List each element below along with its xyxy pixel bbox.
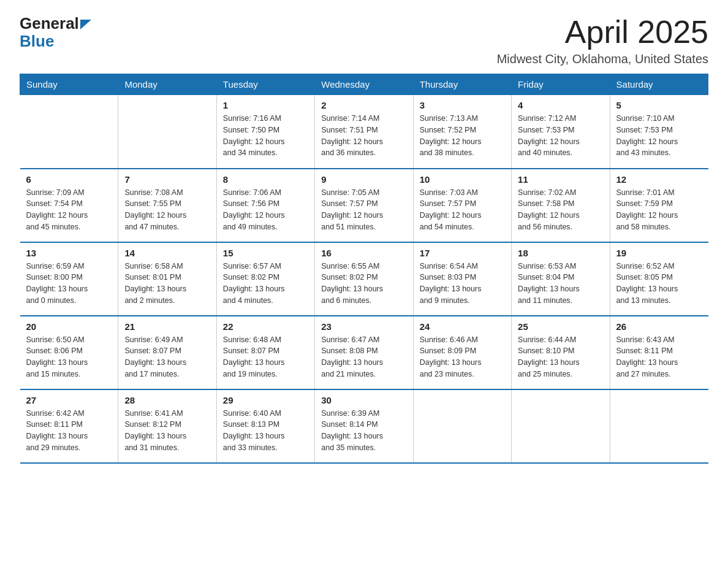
header-saturday: Saturday <box>610 74 708 95</box>
day-number: 6 <box>26 174 112 185</box>
day-info: Sunrise: 6:46 AMSunset: 8:09 PMDaylight:… <box>420 334 505 380</box>
calendar-cell: 3Sunrise: 7:13 AMSunset: 7:52 PMDaylight… <box>413 95 511 169</box>
day-info: Sunrise: 6:55 AMSunset: 8:02 PMDaylight:… <box>321 261 406 307</box>
day-info: Sunrise: 6:54 AMSunset: 8:03 PMDaylight:… <box>420 261 505 307</box>
day-number: 28 <box>124 395 210 405</box>
day-info: Sunrise: 6:58 AMSunset: 8:01 PMDaylight:… <box>124 261 210 307</box>
day-number: 24 <box>420 321 505 332</box>
calendar-cell: 17Sunrise: 6:54 AMSunset: 8:03 PMDayligh… <box>413 242 511 316</box>
day-info: Sunrise: 6:42 AMSunset: 8:11 PMDaylight:… <box>26 408 112 454</box>
calendar-week-row: 20Sunrise: 6:50 AMSunset: 8:06 PMDayligh… <box>20 316 708 389</box>
logo-blue-text: Blue <box>20 32 54 50</box>
day-number: 3 <box>420 100 505 110</box>
calendar-cell: 5Sunrise: 7:10 AMSunset: 7:53 PMDaylight… <box>610 95 708 169</box>
day-number: 23 <box>321 321 406 332</box>
day-number: 18 <box>518 248 603 258</box>
header-thursday: Thursday <box>413 74 511 95</box>
calendar-cell: 28Sunrise: 6:41 AMSunset: 8:12 PMDayligh… <box>118 389 216 463</box>
day-number: 20 <box>26 321 112 332</box>
calendar-cell: 30Sunrise: 6:39 AMSunset: 8:14 PMDayligh… <box>315 389 413 463</box>
day-info: Sunrise: 6:47 AMSunset: 8:08 PMDaylight:… <box>321 334 406 380</box>
day-number: 11 <box>518 174 603 185</box>
day-info: Sunrise: 7:16 AMSunset: 7:50 PMDaylight:… <box>223 113 308 159</box>
calendar-cell: 10Sunrise: 7:03 AMSunset: 7:57 PMDayligh… <box>413 169 511 242</box>
header-monday: Monday <box>118 74 216 95</box>
day-number: 4 <box>518 100 603 110</box>
header-tuesday: Tuesday <box>216 74 314 95</box>
page-header: General Blue April 2025 Midwest City, Ok… <box>20 15 708 66</box>
day-number: 17 <box>420 248 505 258</box>
location-subtitle: Midwest City, Oklahoma, United States <box>497 52 708 66</box>
calendar-cell: 24Sunrise: 6:46 AMSunset: 8:09 PMDayligh… <box>413 316 511 389</box>
day-number: 21 <box>124 321 210 332</box>
logo: General Blue <box>20 15 91 50</box>
day-number: 7 <box>124 174 210 185</box>
calendar-cell <box>512 389 610 463</box>
calendar-cell: 16Sunrise: 6:55 AMSunset: 8:02 PMDayligh… <box>315 242 413 316</box>
day-info: Sunrise: 6:44 AMSunset: 8:10 PMDaylight:… <box>518 334 603 380</box>
calendar-cell: 21Sunrise: 6:49 AMSunset: 8:07 PMDayligh… <box>118 316 216 389</box>
day-info: Sunrise: 6:57 AMSunset: 8:02 PMDaylight:… <box>223 261 308 307</box>
day-info: Sunrise: 6:50 AMSunset: 8:06 PMDaylight:… <box>26 334 112 380</box>
day-number: 19 <box>616 248 702 258</box>
day-info: Sunrise: 6:40 AMSunset: 8:13 PMDaylight:… <box>223 408 308 454</box>
calendar-cell: 15Sunrise: 6:57 AMSunset: 8:02 PMDayligh… <box>216 242 314 316</box>
calendar-cell: 18Sunrise: 6:53 AMSunset: 8:04 PMDayligh… <box>512 242 610 316</box>
logo-general-text: General <box>20 15 79 33</box>
calendar-table: SundayMondayTuesdayWednesdayThursdayFrid… <box>20 74 708 464</box>
day-number: 9 <box>321 174 406 185</box>
day-info: Sunrise: 7:14 AMSunset: 7:51 PMDaylight:… <box>321 113 406 159</box>
day-number: 29 <box>223 395 308 405</box>
calendar-week-row: 27Sunrise: 6:42 AMSunset: 8:11 PMDayligh… <box>20 389 708 463</box>
title-area: April 2025 Midwest City, Oklahoma, Unite… <box>497 15 708 66</box>
calendar-cell: 14Sunrise: 6:58 AMSunset: 8:01 PMDayligh… <box>118 242 216 316</box>
header-friday: Friday <box>512 74 610 95</box>
day-info: Sunrise: 6:59 AMSunset: 8:00 PMDaylight:… <box>26 261 112 307</box>
header-wednesday: Wednesday <box>315 74 413 95</box>
calendar-cell: 25Sunrise: 6:44 AMSunset: 8:10 PMDayligh… <box>512 316 610 389</box>
day-number: 13 <box>26 248 112 258</box>
calendar-week-row: 6Sunrise: 7:09 AMSunset: 7:54 PMDaylight… <box>20 169 708 242</box>
calendar-cell <box>610 389 708 463</box>
day-number: 14 <box>124 248 210 258</box>
day-info: Sunrise: 6:49 AMSunset: 8:07 PMDaylight:… <box>124 334 210 380</box>
calendar-cell <box>413 389 511 463</box>
calendar-cell: 27Sunrise: 6:42 AMSunset: 8:11 PMDayligh… <box>20 389 118 463</box>
day-info: Sunrise: 7:13 AMSunset: 7:52 PMDaylight:… <box>420 113 505 159</box>
day-info: Sunrise: 6:52 AMSunset: 8:05 PMDaylight:… <box>616 261 702 307</box>
day-number: 22 <box>223 321 308 332</box>
header-sunday: Sunday <box>20 74 118 95</box>
day-number: 27 <box>26 395 112 405</box>
day-number: 15 <box>223 248 308 258</box>
day-info: Sunrise: 6:53 AMSunset: 8:04 PMDaylight:… <box>518 261 603 307</box>
day-info: Sunrise: 7:03 AMSunset: 7:57 PMDaylight:… <box>420 187 505 233</box>
calendar-week-row: 1Sunrise: 7:16 AMSunset: 7:50 PMDaylight… <box>20 95 708 169</box>
day-info: Sunrise: 7:01 AMSunset: 7:59 PMDaylight:… <box>616 187 702 233</box>
day-number: 8 <box>223 174 308 185</box>
day-info: Sunrise: 6:41 AMSunset: 8:12 PMDaylight:… <box>124 408 210 454</box>
month-title: April 2025 <box>497 15 708 50</box>
day-number: 25 <box>518 321 603 332</box>
calendar-cell: 23Sunrise: 6:47 AMSunset: 8:08 PMDayligh… <box>315 316 413 389</box>
calendar-cell: 6Sunrise: 7:09 AMSunset: 7:54 PMDaylight… <box>20 169 118 242</box>
day-info: Sunrise: 7:08 AMSunset: 7:55 PMDaylight:… <box>124 187 210 233</box>
calendar-cell: 1Sunrise: 7:16 AMSunset: 7:50 PMDaylight… <box>216 95 314 169</box>
calendar-cell: 13Sunrise: 6:59 AMSunset: 8:00 PMDayligh… <box>20 242 118 316</box>
calendar-cell: 11Sunrise: 7:02 AMSunset: 7:58 PMDayligh… <box>512 169 610 242</box>
calendar-cell <box>20 95 118 169</box>
calendar-cell <box>118 95 216 169</box>
day-number: 30 <box>321 395 406 405</box>
calendar-header-row: SundayMondayTuesdayWednesdayThursdayFrid… <box>20 74 708 95</box>
day-number: 1 <box>223 100 308 110</box>
calendar-cell: 22Sunrise: 6:48 AMSunset: 8:07 PMDayligh… <box>216 316 314 389</box>
day-info: Sunrise: 6:39 AMSunset: 8:14 PMDaylight:… <box>321 408 406 454</box>
calendar-cell: 26Sunrise: 6:43 AMSunset: 8:11 PMDayligh… <box>610 316 708 389</box>
day-number: 16 <box>321 248 406 258</box>
calendar-cell: 20Sunrise: 6:50 AMSunset: 8:06 PMDayligh… <box>20 316 118 389</box>
calendar-cell: 9Sunrise: 7:05 AMSunset: 7:57 PMDaylight… <box>315 169 413 242</box>
day-info: Sunrise: 6:48 AMSunset: 8:07 PMDaylight:… <box>223 334 308 380</box>
calendar-cell: 7Sunrise: 7:08 AMSunset: 7:55 PMDaylight… <box>118 169 216 242</box>
day-info: Sunrise: 7:10 AMSunset: 7:53 PMDaylight:… <box>616 113 702 159</box>
day-info: Sunrise: 7:02 AMSunset: 7:58 PMDaylight:… <box>518 187 603 233</box>
calendar-cell: 12Sunrise: 7:01 AMSunset: 7:59 PMDayligh… <box>610 169 708 242</box>
